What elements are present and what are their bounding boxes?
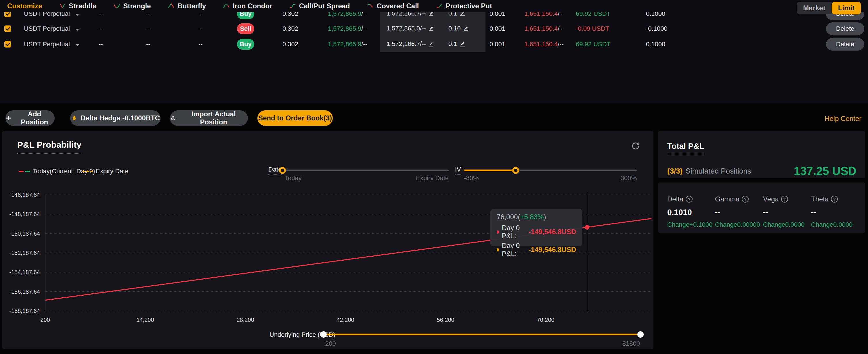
svg-text:70,200: 70,200 <box>537 317 555 323</box>
row-checkbox[interactable] <box>4 41 11 48</box>
greek-value: 0.1010 <box>667 208 715 217</box>
help-center-link[interactable]: Help Center <box>825 115 861 123</box>
instrument-label: USDT Perpetual <box>24 40 70 48</box>
empty-value: -- <box>198 40 203 48</box>
svg-text:-148,187.64: -148,187.64 <box>9 211 40 217</box>
tooltip-row: Day 0 P&L: -149,546.8USD <box>497 224 576 240</box>
table-row: USDT Perpetual -- -- -- Buy 0.302 1,572,… <box>0 36 868 52</box>
svg-text:14,200: 14,200 <box>136 317 154 323</box>
pnl-value: -0.09 USDT <box>576 25 609 32</box>
entry-price-editable: 1,572,865.0/-- <box>386 25 434 33</box>
empty-value: -- <box>99 40 103 48</box>
nav-item-strangle[interactable]: Strangle <box>113 2 151 10</box>
greek-delta: Delta? 0.1010 Change+0.1000 <box>667 195 715 228</box>
limit-button[interactable]: Limit <box>832 2 861 14</box>
svg-text:56,200: 56,200 <box>437 317 454 323</box>
svg-text:-150,187.64: -150,187.64 <box>9 231 40 237</box>
greek-value: -- <box>811 208 859 217</box>
nav-item-customize[interactable]: Customize <box>7 2 42 10</box>
add-position-button[interactable]: Add Position <box>5 110 55 126</box>
total-pnl-value: 137.25 USD <box>794 165 857 178</box>
greek-value: -- <box>715 208 763 217</box>
positions-table: USDT Perpetual -- -- -- Buy 0.302 1,572,… <box>0 0 868 103</box>
svg-text:-154,187.64: -154,187.64 <box>9 269 40 275</box>
simulated-positions-row: (3/3) Simulated Positions 137.25 USD <box>667 165 857 178</box>
straddle-icon <box>59 2 66 10</box>
row-checkbox[interactable] <box>4 26 11 32</box>
svg-text:-146,187.64: -146,187.64 <box>9 192 40 198</box>
delete-button[interactable]: Delete <box>826 23 864 35</box>
greek-change: Change0.0000 <box>811 221 859 228</box>
qty-value: 0.302 <box>282 40 298 48</box>
tooltip-price: 76,000(+5.83%) <box>497 213 576 221</box>
delta-value: 0.1000 <box>646 40 665 48</box>
liq-price: 1,651,150.4/-- <box>524 25 564 32</box>
nav-item-straddle[interactable]: Straddle <box>59 2 96 10</box>
nav-item-call-put-spread[interactable]: Call/Put Spread <box>289 2 350 10</box>
question-icon[interactable]: ? <box>781 196 788 203</box>
greek-vega: Vega? -- Change0.0000 <box>763 195 811 228</box>
liq-price: 1,651,150.4/-- <box>524 40 564 48</box>
side-badge[interactable]: Buy <box>237 39 254 50</box>
chevron-down-icon <box>75 29 79 31</box>
fee-value: 0.001 <box>490 25 505 32</box>
fee-value: 0.001 <box>490 40 505 48</box>
butterfly-icon <box>167 2 175 10</box>
edit-icon[interactable] <box>463 26 469 33</box>
import-icon <box>170 115 176 121</box>
entry-qty-editable: 0.10 <box>448 25 469 33</box>
nav-item-iron-condor[interactable]: Iron Condor <box>223 2 272 10</box>
send-to-order-book-button[interactable]: Send to Order Book(3) <box>257 110 333 126</box>
flame-icon <box>71 115 78 121</box>
total-pnl-panel: Total P&L (3/3) Simulated Positions 137.… <box>658 131 865 178</box>
question-icon[interactable]: ? <box>831 196 838 203</box>
entry-qty-editable: 0.1 <box>448 40 465 48</box>
delta-hedge-button[interactable]: Delta Hedge -0.1000BTC <box>70 110 160 126</box>
protective-put-icon <box>436 2 443 10</box>
underlying-slider-min: 200 <box>325 340 336 347</box>
iron-condor-icon <box>223 2 230 10</box>
instrument-select[interactable]: USDT Perpetual <box>24 40 79 48</box>
greeks-panel: Delta? 0.1010 Change+0.1000 Gamma? -- Ch… <box>658 182 865 233</box>
svg-text:200: 200 <box>40 317 50 323</box>
edit-icon[interactable] <box>428 41 434 48</box>
positions-label: Simulated Positions <box>685 167 751 176</box>
series-dot-red <box>497 231 499 234</box>
greek-value: -- <box>763 208 811 217</box>
qty-value: 0.302 <box>282 25 298 32</box>
edit-icon[interactable] <box>460 41 465 48</box>
order-type-toggle: Market Limit <box>797 2 861 14</box>
instrument-select[interactable]: USDT Perpetual <box>24 25 79 32</box>
tooltip-row: Day 0 P&L: -149,546.8USD <box>497 242 576 258</box>
table-row: USDT Perpetual -- -- -- Sell 0.302 1,572… <box>0 21 868 36</box>
delta-value: -0.1000 <box>646 25 668 32</box>
question-icon[interactable]: ? <box>686 196 692 203</box>
mark-price: 1,572,865.9/-- <box>328 40 367 48</box>
import-position-button[interactable]: Import Actual Position <box>170 110 248 126</box>
svg-text:42,200: 42,200 <box>337 317 354 323</box>
svg-text:28,200: 28,200 <box>237 317 254 323</box>
nav-item-butterfly[interactable]: Butterfly <box>167 2 206 10</box>
underlying-slider-handle-min[interactable] <box>320 331 327 338</box>
chevron-down-icon <box>75 14 79 16</box>
empty-value: -- <box>99 25 103 32</box>
underlying-slider-track[interactable] <box>323 333 640 335</box>
greek-gamma: Gamma? -- Change0.00000 <box>715 195 763 228</box>
nav-item-covered-call[interactable]: Covered Call <box>367 2 419 10</box>
question-icon[interactable]: ? <box>742 196 749 203</box>
greek-change: Change+0.1000 <box>667 221 715 228</box>
market-button[interactable]: Market <box>797 2 832 14</box>
edit-icon[interactable] <box>428 26 434 33</box>
svg-text:-158,187.64: -158,187.64 <box>9 308 40 314</box>
positions-section: USDT Perpetual -- -- -- Buy 0.302 1,572,… <box>0 0 868 103</box>
underlying-slider-handle-max[interactable] <box>637 331 644 338</box>
greek-theta: Theta? -- Change0.0000 <box>811 195 859 228</box>
side-badge[interactable]: Sell <box>237 23 254 34</box>
delete-button[interactable]: Delete <box>826 38 864 50</box>
instrument-label: USDT Perpetual <box>24 25 70 32</box>
covered-call-icon <box>367 2 374 10</box>
nav-item-protective-put[interactable]: Protective Put <box>436 2 492 10</box>
greek-change: Change0.0000 <box>763 221 811 228</box>
entry-price-editable: 1,572,166.7/-- <box>386 40 434 48</box>
svg-text:-152,187.64: -152,187.64 <box>9 250 40 256</box>
